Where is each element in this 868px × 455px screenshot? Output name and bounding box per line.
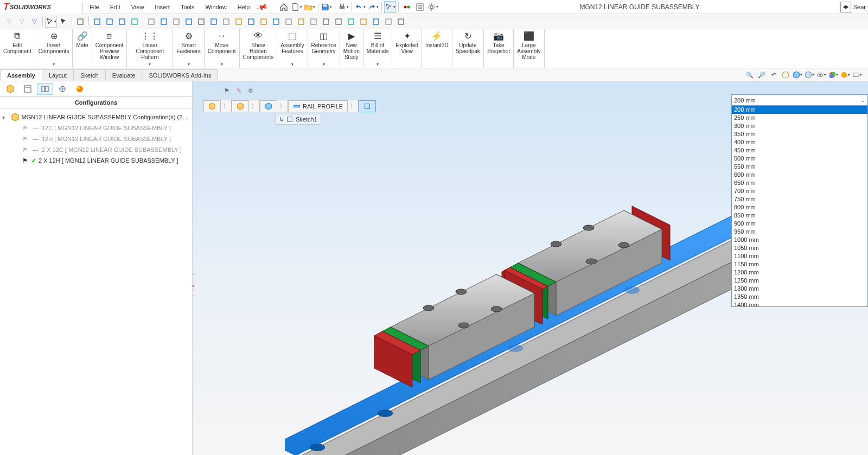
dropdown-option[interactable]: 550 mm [732,163,867,171]
save-button[interactable]: ▾ [321,1,333,13]
rebuild-button[interactable] [401,1,413,13]
ribbon-large[interactable]: ⬛LargeAssemblyMode [514,29,544,68]
tree-root[interactable]: ▾ MGN12 LINEAR GUIDE SUBASSEMBLY Configu… [2,112,190,123]
dropdown-option[interactable]: 700 mm [732,187,867,195]
menu-window[interactable]: Window [200,0,232,14]
menu-help[interactable]: Help [232,0,256,14]
menu-view[interactable]: View [126,0,150,14]
sketch-tool-0[interactable] [74,16,86,28]
ribbon-move[interactable]: ↔MoveComponent▾ [205,29,240,68]
sidebar-collapse-button[interactable]: ◂ [193,274,195,296]
sketch-tool-23[interactable] [370,16,382,28]
filter-2-button[interactable]: ▽ [16,16,28,28]
sketch-tool-12[interactable] [233,16,245,28]
dropdown-option[interactable]: 750 mm [732,195,867,203]
dropdown-option[interactable]: 600 mm [732,171,867,179]
dropdown-option[interactable]: 900 mm [732,220,867,228]
sketch-tool-17[interactable] [295,16,307,28]
search-toggle-button[interactable] [840,2,851,12]
ribbon-assembly[interactable]: ⬚AssemblyFeatures▾ [277,29,308,68]
menu-file[interactable]: File [84,0,105,14]
dropdown-option[interactable]: 1300 mm [732,285,867,293]
sketch-tool-3[interactable] [116,16,128,28]
sidebar-tab-dim[interactable] [54,83,71,95]
sketch-tool-24[interactable] [382,16,394,28]
dropdown-option[interactable]: 1150 mm [732,260,867,268]
ribbon-bill-of[interactable]: ☰Bill ofMaterials▾ [363,29,393,68]
home-button[interactable] [278,1,290,13]
ribbon-component[interactable]: ⧈ComponentPreviewWindow [92,29,127,68]
config-item[interactable]: ⚑✓2 X 12H [ MGN12 LINEAR GUIDE SUBASSEMB… [2,155,190,166]
sketch-tool-18[interactable] [308,16,320,28]
dropdown-option[interactable]: 1250 mm [732,277,867,285]
viewport-button[interactable]: ▾ [852,69,863,80]
sketch-tool-1[interactable] [91,16,103,28]
dropdown-selected[interactable]: 200 mm ⌄ [732,95,867,106]
open-button[interactable]: ▾ [304,1,316,13]
ribbon-new[interactable]: ▶NewMotionStudy [340,29,363,68]
dropdown-option[interactable]: 450 mm [732,146,867,155]
sketch-flyout[interactable]: ↳ Sketch1 [275,114,321,125]
dropdown-option[interactable]: 1050 mm [732,244,867,252]
display-style-button[interactable]: ▾ [804,69,815,80]
menu-edit[interactable]: Edit [105,0,126,14]
config-item[interactable]: ⚑—12C [ MGN12 LINEAR GUIDE SUBASSEMBLY ] [2,123,190,133]
dropdown-option[interactable]: 400 mm [732,138,867,146]
ribbon-edit[interactable]: ⧉EditComponent [0,29,35,68]
dropdown-option[interactable]: 300 mm [732,122,867,130]
sketch-tool-2[interactable] [104,16,116,28]
dropdown-option[interactable]: 250 mm [732,114,867,122]
redo-button[interactable]: ▾ [367,1,379,13]
options-list-button[interactable] [414,1,426,13]
sidebar-tab-appearance[interactable] [72,83,88,95]
sketch-tool-11[interactable] [220,16,232,28]
sketch-tool-7[interactable] [170,16,182,28]
section-view-button[interactable] [780,69,791,80]
menu-tools[interactable]: Tools [175,0,200,14]
tree-expand-icon[interactable]: ▾ [2,114,9,120]
filter-vertex-button[interactable]: ▽ [28,16,40,28]
tab-sketch[interactable]: Sketch [73,69,106,81]
sketch-tool-20[interactable] [333,16,344,28]
select-arrow-button[interactable] [58,16,69,28]
ribbon-smart[interactable]: ⚙SmartFasteners▾ [173,29,204,68]
dropdown-option[interactable]: 650 mm [732,179,867,187]
previous-view-button[interactable]: ↶ [768,69,779,80]
sidebar-tab-property[interactable] [20,83,36,95]
view-orientation-button[interactable]: ▾ [792,69,803,80]
ribbon-reference[interactable]: ◫ReferenceGeometry▾ [308,29,340,68]
sketch-tool-15[interactable] [270,16,282,28]
ribbon-instant3d[interactable]: ⚡Instant3D [422,29,452,68]
tab-evaluate[interactable]: Evaluate [105,69,143,81]
dropdown-option[interactable]: 1400 mm [732,301,867,306]
dropdown-option[interactable]: 350 mm [732,130,867,138]
select-button[interactable]: ▾ [384,1,396,13]
dropdown-option[interactable]: 1000 mm [732,236,867,244]
breadcrumb-rail-profile[interactable]: RAIL PROFILE [288,100,348,112]
pin-icon[interactable]: 📌 [256,1,268,12]
zoom-fit-button[interactable]: 🔍 [744,69,755,80]
menu-insert[interactable]: Insert [149,0,175,14]
sketch-tool-10[interactable] [208,16,220,28]
sketch-tool-22[interactable] [358,16,369,28]
dropdown-option[interactable]: 500 mm [732,155,867,163]
sketch-tool-4[interactable] [129,16,141,28]
zoom-area-button[interactable]: 🔎 [756,69,767,80]
tab-layout[interactable]: Layout [42,69,74,81]
sidebar-tab-feature-tree[interactable] [2,83,18,95]
sketch-tool-14[interactable] [258,16,270,28]
sketch-tool-19[interactable] [320,16,332,28]
context-tool-icon[interactable]: ✎ [234,86,244,95]
undo-button[interactable]: ▾ [354,1,366,13]
ribbon-linear-component[interactable]: ⋮⋮Linear ComponentPattern▾ [127,29,173,68]
select-cursor-button[interactable]: ▾ [45,16,57,28]
ribbon-show[interactable]: 👁ShowHiddenComponents [240,29,278,68]
dropdown-option[interactable]: 200 mm [732,106,867,114]
context-flag-icon[interactable]: ⚑ [222,86,232,95]
scene-button[interactable]: ▾ [840,69,851,80]
viewport[interactable]: ◂ ⚑ ✎ ⚙ 〉 〉 〉 RAIL PROFILE 〉 ↳ Sketch1 [193,81,868,455]
print-button[interactable]: ▾ [337,1,349,13]
context-options-icon[interactable]: ⚙ [246,86,256,95]
breadcrumb-part[interactable] [260,100,277,112]
sketch-tool-8[interactable] [183,16,195,28]
